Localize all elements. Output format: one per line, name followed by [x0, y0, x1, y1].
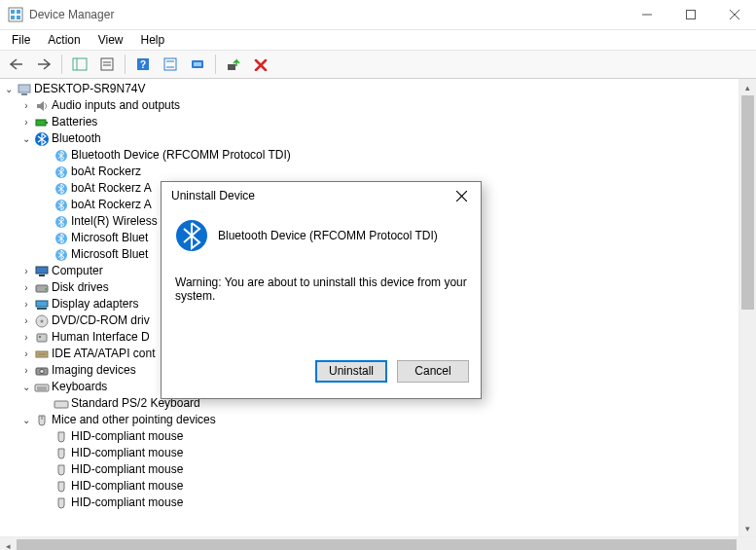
svg-point-47: [39, 369, 43, 373]
vertical-scrollbar[interactable]: ▴ ▾: [738, 79, 756, 536]
dialog-uninstall-button[interactable]: Uninstall: [315, 360, 387, 383]
bluetooth-icon: [53, 197, 69, 213]
scan-hardware-button[interactable]: [185, 52, 210, 77]
minimize-button[interactable]: [625, 0, 668, 29]
menu-view[interactable]: View: [90, 31, 131, 49]
back-button[interactable]: [4, 52, 29, 77]
expand-icon[interactable]: ›: [19, 329, 33, 346]
expand-icon[interactable]: ›: [19, 114, 33, 130]
expand-icon[interactable]: ›: [19, 362, 33, 379]
svg-rect-22: [18, 85, 30, 92]
keyboard-icon: [33, 379, 50, 395]
display-icon: [33, 296, 50, 312]
expand-icon[interactable]: ›: [19, 263, 33, 279]
mouse-icon: [53, 428, 69, 445]
horizontal-scrollbar[interactable]: ◂ ▸: [0, 536, 756, 550]
menu-help[interactable]: Help: [133, 31, 173, 49]
tree-root-label: DESKTOP-SR9N74V: [34, 81, 146, 97]
svg-rect-4: [17, 16, 20, 19]
scrollbar-thumb[interactable]: [741, 95, 754, 310]
menu-action[interactable]: Action: [40, 31, 88, 49]
expand-icon[interactable]: ›: [19, 296, 33, 312]
tree-item-batteries[interactable]: › Batteries: [0, 114, 738, 130]
uninstall-button[interactable]: [248, 52, 273, 77]
svg-rect-2: [17, 10, 20, 14]
action-button[interactable]: [158, 52, 183, 77]
titlebar: Device Manager: [0, 0, 756, 30]
bluetooth-icon: [53, 230, 69, 246]
svg-rect-43: [39, 336, 41, 338]
scroll-down-icon[interactable]: ▾: [739, 520, 756, 536]
tree-item-mouse-device[interactable]: HID-compliant mouse: [0, 495, 738, 511]
mouse-icon: [53, 478, 69, 495]
expand-icon[interactable]: ›: [19, 346, 33, 362]
tree-item-mouse-device[interactable]: HID-compliant mouse: [0, 461, 738, 478]
scroll-up-icon[interactable]: ▴: [739, 79, 756, 95]
expand-icon[interactable]: ›: [19, 312, 33, 329]
bluetooth-icon: [53, 246, 69, 263]
tree-item-bluetooth[interactable]: ⌄ Bluetooth: [0, 130, 738, 147]
bluetooth-icon: [53, 147, 69, 164]
mouse-icon: [33, 412, 50, 428]
ide-icon: [33, 346, 50, 362]
svg-rect-1: [11, 10, 15, 14]
window-controls: [625, 0, 756, 29]
battery-icon: [33, 114, 50, 130]
svg-point-41: [40, 319, 43, 322]
collapse-icon[interactable]: ⌄: [19, 412, 33, 428]
scroll-left-icon[interactable]: ◂: [0, 537, 17, 550]
keyboard-icon: [53, 395, 69, 412]
disk-icon: [33, 279, 50, 296]
collapse-icon[interactable]: ⌄: [19, 379, 33, 395]
dvd-icon: [33, 312, 50, 329]
svg-rect-21: [228, 64, 235, 70]
mouse-icon: [53, 461, 69, 478]
collapse-icon[interactable]: ⌄: [19, 130, 33, 147]
uninstall-dialog: Uninstall Device Bluetooth Device (RFCOM…: [161, 181, 482, 399]
bluetooth-icon: [53, 213, 69, 230]
app-icon: [8, 7, 23, 22]
tree-item-audio[interactable]: › Audio inputs and outputs: [0, 97, 738, 114]
svg-rect-20: [194, 62, 201, 66]
tree-item-bt-device[interactable]: Bluetooth Device (RFCOMM Protocol TDI): [0, 147, 738, 164]
forward-button[interactable]: [31, 52, 56, 77]
scrollbar-thumb[interactable]: [17, 539, 737, 550]
dialog-title: Uninstall Device: [171, 189, 442, 202]
tree-item-mouse-device[interactable]: HID-compliant mouse: [0, 428, 738, 445]
dialog-cancel-button[interactable]: Cancel: [397, 360, 469, 383]
svg-rect-3: [11, 16, 15, 19]
dialog-warning-text: Warning: You are about to uninstall this…: [175, 275, 467, 303]
properties-button[interactable]: [94, 52, 120, 77]
computer-root-icon: [16, 81, 32, 97]
svg-text:?: ?: [140, 59, 146, 70]
help-button[interactable]: ?: [130, 52, 156, 77]
menu-file[interactable]: File: [4, 31, 38, 49]
svg-rect-11: [101, 58, 113, 70]
tree-root[interactable]: ⌄ DESKTOP-SR9N74V: [0, 81, 738, 97]
expand-icon[interactable]: ›: [19, 97, 33, 114]
menubar: File Action View Help: [0, 30, 756, 50]
toolbar: ?: [0, 50, 756, 79]
svg-rect-38: [36, 301, 48, 307]
tree-item-mice[interactable]: ⌄ Mice and other pointing devices: [0, 412, 738, 428]
dialog-titlebar: Uninstall Device: [162, 182, 481, 209]
mouse-icon: [53, 495, 69, 511]
computer-icon: [33, 263, 50, 279]
show-hide-tree-button[interactable]: [67, 52, 92, 77]
update-driver-button[interactable]: [221, 52, 246, 77]
tree-item-bt-device[interactable]: boAt Rockerz: [0, 164, 738, 180]
svg-rect-25: [46, 122, 48, 124]
svg-rect-6: [686, 11, 695, 19]
tree-item-mouse-device[interactable]: HID-compliant mouse: [0, 445, 738, 461]
dialog-close-button[interactable]: [442, 182, 481, 209]
close-button[interactable]: [712, 0, 756, 29]
bluetooth-icon: [53, 164, 69, 180]
svg-point-37: [45, 288, 47, 290]
tree-item-mouse-device[interactable]: HID-compliant mouse: [0, 478, 738, 495]
maximize-button[interactable]: [668, 0, 712, 29]
svg-rect-34: [36, 267, 48, 274]
collapse-icon[interactable]: ⌄: [2, 81, 16, 97]
expand-icon[interactable]: ›: [19, 279, 33, 296]
bluetooth-icon: [33, 130, 50, 147]
svg-rect-39: [37, 308, 47, 310]
